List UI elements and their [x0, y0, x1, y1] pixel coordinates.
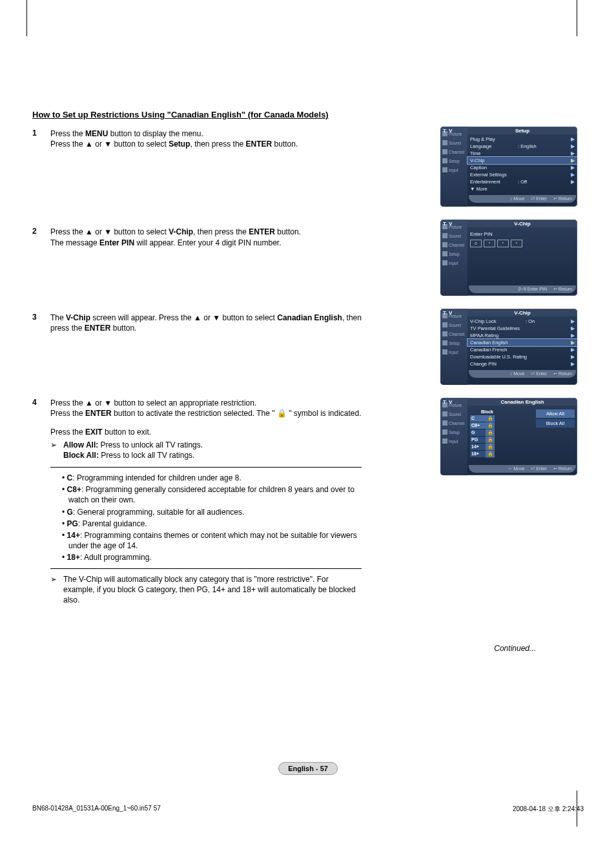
chevron-right-icon: ▶: [571, 136, 575, 142]
osd-footer: ↕ Move ⏎ Enter ↩ Return: [469, 195, 576, 203]
chevron-right-icon: ▶: [571, 318, 575, 324]
step-number: 4: [32, 398, 50, 605]
sidebar-channel: Channel: [440, 240, 467, 249]
osd-item-time: Time▶: [467, 150, 577, 157]
sidebar-setup: Setup: [440, 428, 467, 437]
pin-boxes: 0 * * *: [467, 237, 577, 250]
chevron-right-icon: ▶: [571, 347, 575, 353]
sidebar-setup: Setup: [440, 338, 467, 347]
continued-label: Continued...: [32, 644, 536, 653]
setup-icon: [442, 429, 447, 435]
chevron-right-icon: ▶: [571, 340, 575, 346]
sound-icon: [442, 411, 447, 417]
lock-icon: 🔒: [486, 422, 495, 429]
block-column-header: Block: [470, 409, 495, 415]
osd-title: Setup: [467, 127, 577, 134]
pin-digit: *: [484, 240, 495, 247]
osd-enter-pin: T V Picture Sound Channel Setup Input V-…: [440, 220, 577, 296]
osd-item-extset: External Settings▶: [467, 171, 577, 178]
osd-item-caption: Caption▶: [467, 164, 577, 171]
section-title: How to Set up Restrictions Using "Canadi…: [32, 110, 584, 119]
osd-item-entertain: Entertainment: Off▶: [467, 178, 577, 185]
osd-vchip-list: T V Picture Sound Channel Setup Input V-…: [440, 309, 577, 385]
rating-c8: • C8+: Programming generally considered …: [62, 484, 362, 505]
osd-main: V-Chip Enter PIN 0 * * * 0~9 Enter PIN ↩…: [467, 220, 577, 296]
pin-digit: *: [511, 240, 522, 247]
chevron-right-icon: ▶: [571, 325, 575, 331]
ratings-definitions: • C: Programming intended for children u…: [50, 467, 362, 569]
channel-icon: [442, 149, 447, 154]
sound-icon: [442, 233, 447, 238]
step-text: Press the ▲ or ▼ button to select V-Chip…: [50, 227, 362, 237]
osd-sidebar: Picture Sound Channel Setup Input: [440, 127, 467, 207]
page-number-pill: English - 57: [278, 762, 338, 775]
rating-row-pg: PG🔒: [470, 437, 495, 444]
chevron-right-icon: ▶: [571, 143, 575, 149]
sidebar-input: Input: [440, 347, 467, 356]
osd-item-tvpg: TV Parental Guidelines▶: [467, 325, 577, 332]
sound-icon: [442, 322, 447, 327]
pointer-icon: ➢: [50, 440, 63, 460]
step-body: The V-Chip screen will appear. Press the…: [50, 313, 362, 333]
lock-icon: 🔒: [486, 437, 495, 444]
step-text: Press the ▲ or ▼ button to select an app…: [50, 398, 362, 408]
auto-block-text: The V-Chip will automatically block any …: [63, 574, 362, 606]
osd-item-mpaa: MPAA Rating▶: [467, 332, 577, 339]
allow-all-text: Allow All: Press to unlock all TV rating…: [63, 440, 203, 450]
sidebar-sound: Sound: [440, 320, 467, 329]
channel-icon: [442, 242, 447, 247]
step-number: 2: [32, 227, 50, 247]
osd-item-cafr: Canadian French▶: [467, 346, 577, 353]
channel-icon: [442, 331, 447, 336]
sidebar-sound: Sound: [440, 409, 467, 418]
input-icon: [442, 438, 447, 444]
sidebar-setup: Setup: [440, 249, 467, 258]
osd-item-vchip: V-Chip▶: [467, 157, 577, 164]
rating-row-g: G🔒: [470, 429, 495, 437]
sidebar-sound: Sound: [440, 138, 467, 147]
rating-row-14: 14+🔒: [470, 444, 495, 451]
input-icon: [442, 167, 447, 172]
chevron-right-icon: ▶: [571, 361, 575, 367]
osd-title: V-Chip: [467, 309, 577, 316]
rating-14: • 14+: Programming contains themes or co…: [62, 530, 362, 551]
osd-sidebar: Picture Sound Channel Setup Input: [440, 309, 467, 385]
rating-row-c8: C8+🔒: [470, 422, 495, 429]
rating-row-c: C🔒: [470, 415, 495, 422]
input-icon: [442, 260, 447, 265]
pin-digit: *: [497, 240, 509, 247]
step-text: Press the MENU button to display the men…: [50, 129, 362, 139]
step-2: 2 Press the ▲ or ▼ button to select V-Ch…: [32, 227, 362, 247]
step-3: 3 The V-Chip screen will appear. Press t…: [32, 313, 362, 333]
step-body: Press the MENU button to display the men…: [50, 129, 362, 149]
osd-footer: ↔ Move ⏎ Enter ↩ Return: [469, 465, 576, 473]
osd-sidebar: Picture Sound Channel Setup Input: [440, 398, 467, 475]
step-1: 1 Press the MENU button to display the m…: [32, 129, 362, 149]
rating-18: • 18+: Adult programming.: [62, 552, 362, 562]
setup-icon: [442, 251, 447, 256]
tv-label: T V: [443, 128, 453, 134]
sidebar-input: Input: [440, 437, 467, 446]
pin-digit: 0: [470, 240, 482, 247]
osd-setup: T V Picture Sound Channel Setup Input Se…: [440, 127, 577, 207]
osd-item-more: ▼ More: [467, 185, 577, 192]
rating-g: • G: General programming, suitable for a…: [62, 507, 362, 517]
rating-c: • C: Programming intended for children u…: [62, 473, 362, 483]
tv-label: T V: [443, 221, 453, 227]
osd-footer: ↕ Move ⏎ Enter ↩ Return: [469, 370, 576, 378]
osd-main: V-Chip V-Chip Lock: On▶ TV Parental Guid…: [467, 309, 577, 385]
osd-item-chpin: Change PIN▶: [467, 360, 577, 367]
manual-page: How to Set up Restrictions Using "Canadi…: [0, 0, 616, 846]
crop-mark: [26, 0, 27, 36]
step-text: The V-Chip screen will appear. Press the…: [50, 313, 362, 333]
enter-pin-label: Enter PIN: [467, 229, 577, 237]
step-number: 3: [32, 313, 50, 333]
osd-item-plugplay: Plug & Play▶: [467, 136, 577, 143]
channel-icon: [442, 420, 447, 426]
setup-icon: [442, 158, 447, 163]
chevron-right-icon: ▶: [571, 150, 575, 156]
setup-icon: [442, 340, 447, 346]
input-icon: [442, 349, 447, 355]
auto-block-note: ➢ The V-Chip will automatically block an…: [50, 574, 362, 606]
step-text: Press the ENTER button to activate the r…: [50, 408, 362, 418]
